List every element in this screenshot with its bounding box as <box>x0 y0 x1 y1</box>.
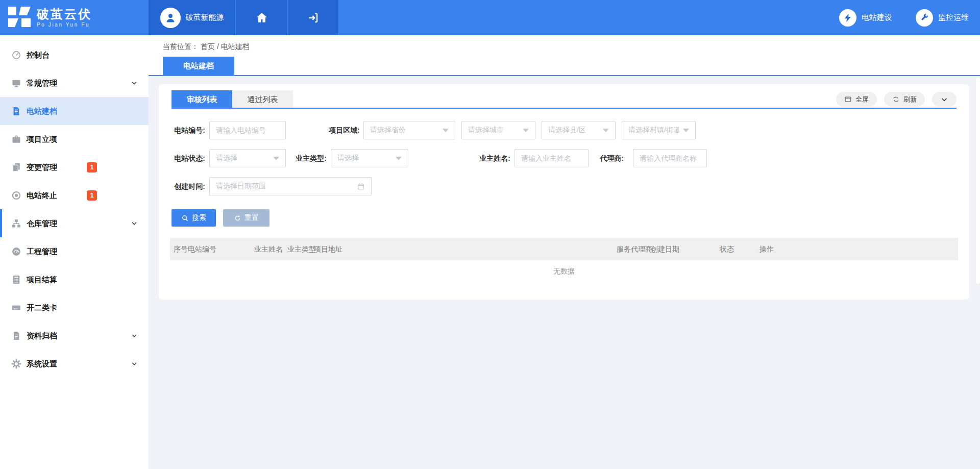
caret-down-icon <box>683 129 689 132</box>
sidebar-item-system-settings[interactable]: 系统设置 <box>0 350 149 378</box>
wrench-icon <box>916 9 933 27</box>
sidebar-item-change-mgmt[interactable]: 变更管理 1 <box>0 153 149 181</box>
top-strip: 当前位置：首页 / 电站建档 电站建档 <box>149 35 980 76</box>
sidebar-item-general-mgmt[interactable]: 常规管理 <box>0 69 149 97</box>
col-actions: 操作 <box>760 238 774 260</box>
sidebar-item-engineering-mgmt[interactable]: 工程管理 <box>0 237 149 265</box>
col-seq: 序号 <box>174 238 188 260</box>
sidebar-item-label: 资料归档 <box>27 331 57 340</box>
header-sections: 破茧新能源 <box>149 0 338 35</box>
refresh-button[interactable]: 刷新 <box>884 92 925 107</box>
collapse-button[interactable] <box>932 92 957 107</box>
logo-subtitle: Po Jian Yun Fu <box>37 22 92 28</box>
app-header: 破茧云伏 Po Jian Yun Fu 破茧新能源 <box>0 0 980 35</box>
monitor-icon <box>11 78 21 88</box>
reset-label: 重置 <box>244 213 259 223</box>
archive-icon <box>11 331 21 341</box>
village-select[interactable]: 请选择村镇/街道 <box>622 121 696 139</box>
fullscreen-button[interactable]: 全屏 <box>836 92 877 107</box>
sidebar-item-project-settlement[interactable]: 项目结算 <box>0 265 149 293</box>
card-icon <box>11 303 21 313</box>
record-icon <box>11 190 21 201</box>
nav-station-build[interactable]: 电站建设 <box>839 9 892 27</box>
reset-button[interactable]: 重置 <box>223 209 270 227</box>
tab-passed-list[interactable]: 通过列表 <box>232 90 293 109</box>
station-status-placeholder: 请选择 <box>216 154 269 163</box>
agent-input[interactable] <box>633 149 707 167</box>
province-select[interactable]: 请选择省份 <box>363 121 455 139</box>
sidebar-item-project-initiation[interactable]: 项目立项 <box>0 125 149 153</box>
refresh-label: 刷新 <box>903 95 917 104</box>
sidebar: 控制台 常规管理 电站建档 <box>0 35 149 469</box>
company-name: 破茧新能源 <box>186 13 224 22</box>
sidebar-item-open-class2-card[interactable]: 开二类卡 <box>0 293 149 322</box>
station-no-label: 电站编号: <box>159 121 205 139</box>
reset-icon <box>234 214 241 222</box>
owner-type-label: 业主类型: <box>279 149 327 167</box>
active-route-indicator <box>0 209 2 237</box>
logout-button[interactable] <box>287 0 338 35</box>
sidebar-item-label: 常规管理 <box>27 78 57 88</box>
search-button[interactable]: 搜索 <box>172 209 216 227</box>
breadcrumb-label: 当前位置： <box>163 42 199 51</box>
owner-type-select[interactable]: 请选择 <box>331 149 408 167</box>
sidebar-item-station-terminate[interactable]: 电站终止 1 <box>0 181 149 209</box>
fullscreen-label: 全屏 <box>855 95 869 104</box>
date-range-picker[interactable]: 请选择日期范围 <box>209 177 372 195</box>
search-label: 搜索 <box>192 213 206 223</box>
caret-down-icon <box>396 157 402 160</box>
app-root: 破茧云伏 Po Jian Yun Fu 破茧新能源 <box>0 0 980 469</box>
col-owner-type: 业主类型 <box>287 238 316 260</box>
home-icon <box>255 11 268 24</box>
caret-down-icon <box>603 129 609 132</box>
county-select[interactable]: 请选择县/区 <box>542 121 616 139</box>
owner-name-input[interactable] <box>514 149 589 167</box>
breadcrumb: 当前位置：首页 / 电站建档 <box>163 42 250 52</box>
station-status-label: 电站状态: <box>159 149 205 167</box>
sidebar-item-console[interactable]: 控制台 <box>0 41 149 69</box>
login-arrow-icon <box>307 11 320 24</box>
home-button[interactable] <box>235 0 287 35</box>
owner-type-placeholder: 请选择 <box>337 154 391 163</box>
empty-state-text: 无数据 <box>159 267 969 276</box>
nav-monitor-ops[interactable]: 监控运维 <box>916 9 969 27</box>
station-no-input[interactable] <box>209 121 286 139</box>
station-terminate-badge: 1 <box>87 190 97 201</box>
scrollbar-thumb[interactable] <box>976 78 980 284</box>
change-mgmt-badge: 1 <box>87 162 97 172</box>
chevron-down-icon <box>940 95 948 104</box>
gauge-icon <box>11 50 21 60</box>
sidebar-item-label: 项目结算 <box>27 275 57 284</box>
col-created: 创建日期 <box>651 238 679 260</box>
user-menu[interactable]: 破茧新能源 <box>149 0 235 35</box>
col-station-no: 电站编号 <box>188 238 216 260</box>
dial-icon <box>11 246 21 257</box>
chevron-down-icon <box>131 332 138 339</box>
search-icon <box>181 214 189 222</box>
sitemap-icon <box>11 218 21 229</box>
city-select[interactable]: 请选择城市 <box>461 121 535 139</box>
tab-review-list[interactable]: 审核列表 <box>172 90 232 109</box>
sidebar-item-station-archive[interactable]: 电站建档 <box>0 97 149 125</box>
col-agent: 服务代理商 <box>617 238 652 260</box>
logo-title: 破茧云伏 <box>37 8 92 20</box>
brand-logo: 破茧云伏 Po Jian Yun Fu <box>0 0 149 35</box>
tabs-underline <box>172 108 957 109</box>
city-placeholder: 请选择城市 <box>468 126 519 135</box>
owner-name-label: 业主姓名: <box>462 149 510 167</box>
col-status: 状态 <box>720 238 734 260</box>
panel-tabs: 审核列表 通过列表 <box>172 90 293 109</box>
sidebar-item-warehouse-mgmt[interactable]: 仓库管理 <box>0 209 149 237</box>
created-time-label: 创建时间: <box>159 177 205 195</box>
sidebar-item-label: 控制台 <box>27 50 50 60</box>
sidebar-item-data-archive[interactable]: 资料归档 <box>0 322 149 350</box>
station-status-select[interactable]: 请选择 <box>209 149 286 167</box>
sidebar-item-label: 工程管理 <box>27 246 57 256</box>
date-range-placeholder: 请选择日期范围 <box>216 182 357 191</box>
logo-mark-icon <box>8 7 31 29</box>
region-label: 项目区域: <box>312 121 360 139</box>
table-header: 序号 电站编号 业主姓名 业主类型 项目地址 服务代理商 创建日期 状态 操作 <box>170 238 958 260</box>
calculator-icon <box>11 275 21 285</box>
page-tab-station-archive[interactable]: 电站建档 <box>163 57 234 75</box>
nav-monitor-ops-label: 监控运维 <box>938 13 969 22</box>
